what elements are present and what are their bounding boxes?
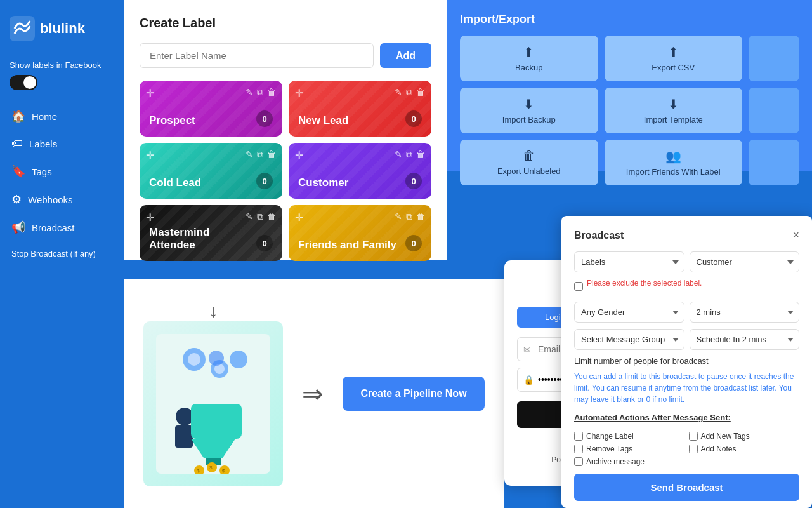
svg-text:$: $	[197, 468, 200, 474]
svg-rect-9	[175, 425, 193, 448]
card-name: Prospect	[149, 114, 195, 127]
send-broadcast-button[interactable]: Send Broadcast	[574, 474, 799, 501]
exclude-message: Please exclude the selected label.	[587, 279, 702, 288]
customer-select[interactable]: Customer	[690, 251, 800, 272]
label-name-input[interactable]	[140, 43, 374, 68]
sidebar-item-webhooks[interactable]: ⚙ Webhooks	[6, 186, 117, 213]
lock-icon: 🔒	[523, 375, 534, 385]
edit-icon[interactable]: ✎	[395, 149, 402, 160]
label-card-coldlead[interactable]: ✛ ✎ ⧉ 🗑 Cold Lead 0	[140, 143, 282, 199]
export-unlabeled-icon: 🗑	[523, 149, 535, 163]
import-backup-label: Import Backup	[502, 115, 556, 124]
stop-broadcast-link[interactable]: Stop Broadcast (If any)	[6, 244, 117, 264]
archive-message-checkbox[interactable]	[574, 457, 583, 466]
edit-icon[interactable]: ✎	[246, 149, 253, 160]
delete-icon[interactable]: 🗑	[267, 149, 276, 160]
svg-text:$: $	[222, 468, 225, 474]
svg-point-6	[230, 351, 247, 368]
edit-icon[interactable]: ✎	[395, 87, 402, 98]
card-actions: ✎ ⧉ 🗑	[395, 211, 425, 222]
gender-delay-row: Any Gender 2 mins	[574, 302, 799, 323]
right-arrow: ⇒	[302, 379, 324, 408]
card-name: Customer	[298, 177, 348, 189]
exclude-check-row: Please exclude the selected label.	[574, 279, 799, 294]
webhooks-icon: ⚙	[11, 192, 22, 206]
change-label-checkbox[interactable]	[574, 432, 583, 441]
import-friends-button[interactable]: 👥 Import Friends With Label	[605, 140, 743, 185]
export-csv-button[interactable]: ⬆ Export CSV	[605, 36, 743, 81]
import-friends-label: Import Friends With Label	[626, 167, 721, 177]
sidebar-item-labels[interactable]: 🏷 Labels	[6, 131, 117, 157]
label-card-friends[interactable]: ✛ ✎ ⧉ 🗑 Friends and Family 0	[289, 205, 431, 261]
email-icon: ✉	[523, 344, 531, 354]
sidebar-item-label: Labels	[29, 138, 57, 149]
label-card-mastermind[interactable]: ✛ ✎ ⧉ 🗑 Mastermind Attendee 0	[140, 205, 282, 261]
create-pipeline-button[interactable]: Create a Pipeline Now	[343, 377, 484, 411]
toggle-knob	[23, 76, 36, 89]
show-labels-toggle[interactable]	[10, 75, 37, 90]
add-new-tags-checkbox[interactable]	[689, 432, 698, 441]
sidebar-item-broadcast[interactable]: 📢 Broadcast	[6, 214, 117, 241]
message-group-select[interactable]: Select Message Group	[574, 329, 684, 350]
backup-label: Backup	[515, 63, 542, 72]
drag-icon: ✛	[295, 211, 303, 224]
delete-icon[interactable]: 🗑	[416, 211, 425, 222]
copy-icon[interactable]: ⧉	[257, 149, 263, 160]
copy-icon[interactable]: ⧉	[406, 149, 412, 160]
extra-button-2[interactable]	[749, 88, 799, 133]
pipeline-illustration: $ $ $	[143, 321, 283, 486]
card-count: 0	[256, 173, 273, 189]
delete-icon[interactable]: 🗑	[416, 87, 425, 98]
add-label-button[interactable]: Add	[380, 43, 431, 68]
label-card-newlead[interactable]: ✛ ✎ ⧉ 🗑 New Lead 0	[289, 81, 431, 137]
edit-icon[interactable]: ✎	[246, 87, 253, 98]
change-label-text: Change Label	[586, 432, 634, 441]
modal-close-button[interactable]: ×	[792, 229, 799, 242]
gender-select[interactable]: Any Gender	[574, 302, 684, 323]
remove-tags-text: Remove Tags	[586, 444, 632, 453]
delete-icon[interactable]: 🗑	[267, 87, 276, 98]
automated-title: Automated Actions After Message Sent:	[574, 413, 799, 425]
logo-area: blulink	[6, 10, 117, 48]
home-icon: 🏠	[11, 109, 25, 123]
automated-actions-grid: Change Label Add New Tags Remove Tags Ad…	[574, 432, 799, 466]
edit-icon[interactable]: ✎	[246, 211, 253, 222]
add-notes-text: Add Notes	[701, 444, 737, 453]
action-add-new-tags: Add New Tags	[689, 432, 800, 441]
labels-select[interactable]: Labels	[574, 251, 684, 272]
sidebar-item-home[interactable]: 🏠 Home	[6, 103, 117, 130]
copy-icon[interactable]: ⧉	[406, 87, 412, 98]
export-unlabeled-button[interactable]: 🗑 Export Unlabeled	[460, 140, 598, 185]
down-arrow: ↓	[209, 301, 218, 321]
card-name: Cold Lead	[149, 177, 201, 189]
sidebar-item-tags[interactable]: 🔖 Tags	[6, 158, 117, 185]
import-backup-button[interactable]: ⬇ Import Backup	[460, 88, 598, 133]
add-notes-checkbox[interactable]	[689, 444, 698, 453]
label-input-row: Add	[140, 43, 431, 68]
copy-icon[interactable]: ⧉	[406, 211, 412, 222]
delete-icon[interactable]: 🗑	[416, 149, 425, 160]
label-card-prospect[interactable]: ✛ ✎ ⧉ 🗑 Prospect 0	[140, 81, 282, 137]
import-template-button[interactable]: ⬇ Import Template	[605, 88, 743, 133]
delay-select[interactable]: 2 mins	[690, 302, 800, 323]
copy-icon[interactable]: ⧉	[257, 211, 263, 222]
exclude-checkbox[interactable]	[574, 282, 583, 291]
svg-point-3	[188, 353, 200, 366]
edit-icon[interactable]: ✎	[395, 211, 402, 222]
card-actions: ✎ ⧉ 🗑	[395, 87, 425, 98]
delete-icon[interactable]: 🗑	[267, 211, 276, 222]
drag-icon: ✛	[146, 211, 154, 224]
copy-icon[interactable]: ⧉	[257, 87, 263, 98]
extra-button-1[interactable]	[749, 36, 799, 81]
sidebar-item-label: Webhooks	[28, 194, 73, 205]
toggle-wrap	[6, 75, 117, 90]
schedule-select[interactable]: Schedule In 2 mins	[690, 329, 800, 350]
label-card-customer[interactable]: ✛ ✎ ⧉ 🗑 Customer 0	[289, 143, 431, 199]
create-label-panel: Create Label Add ✛ ✎ ⧉ 🗑 Prospect 0 ✛	[124, 0, 447, 260]
drag-icon: ✛	[146, 149, 154, 161]
modal-header: Broadcast ×	[574, 229, 799, 242]
remove-tags-checkbox[interactable]	[574, 444, 583, 453]
backup-button[interactable]: ⬆ Backup	[460, 36, 598, 81]
broadcast-icon: 📢	[11, 220, 25, 234]
extra-button-3[interactable]	[749, 140, 799, 185]
